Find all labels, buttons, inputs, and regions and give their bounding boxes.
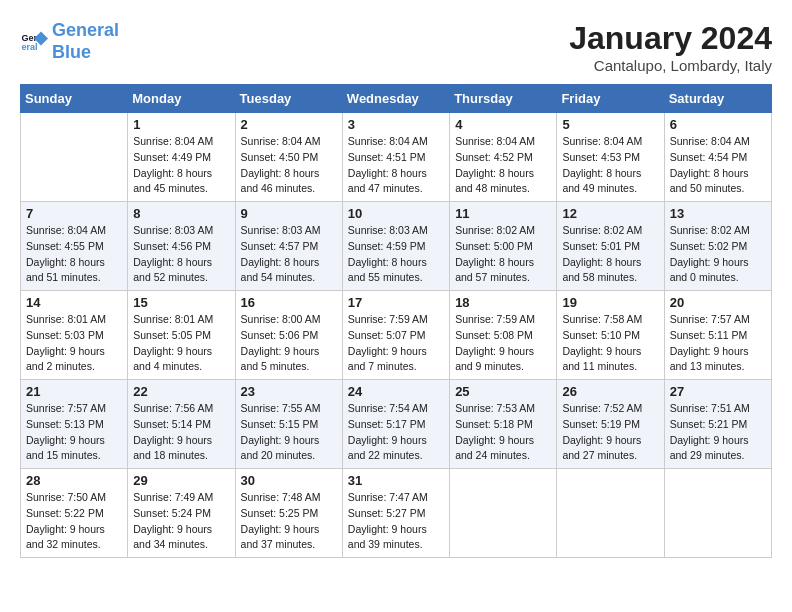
day-number: 23 <box>241 384 337 399</box>
calendar-cell: 11Sunrise: 8:02 AMSunset: 5:00 PMDayligh… <box>450 202 557 291</box>
day-number: 1 <box>133 117 229 132</box>
day-number: 3 <box>348 117 444 132</box>
day-info: Sunrise: 7:50 AMSunset: 5:22 PMDaylight:… <box>26 490 122 553</box>
day-number: 9 <box>241 206 337 221</box>
day-number: 31 <box>348 473 444 488</box>
calendar-cell <box>450 469 557 558</box>
day-number: 27 <box>670 384 766 399</box>
calendar-cell: 10Sunrise: 8:03 AMSunset: 4:59 PMDayligh… <box>342 202 449 291</box>
day-info: Sunrise: 8:04 AMSunset: 4:50 PMDaylight:… <box>241 134 337 197</box>
calendar-cell: 26Sunrise: 7:52 AMSunset: 5:19 PMDayligh… <box>557 380 664 469</box>
subtitle: Cantalupo, Lombardy, Italy <box>569 57 772 74</box>
day-info: Sunrise: 8:04 AMSunset: 4:53 PMDaylight:… <box>562 134 658 197</box>
day-info: Sunrise: 7:53 AMSunset: 5:18 PMDaylight:… <box>455 401 551 464</box>
day-info: Sunrise: 7:56 AMSunset: 5:14 PMDaylight:… <box>133 401 229 464</box>
calendar-header: SundayMondayTuesdayWednesdayThursdayFrid… <box>21 85 772 113</box>
logo-icon: Gen eral <box>20 28 48 56</box>
day-number: 11 <box>455 206 551 221</box>
day-info: Sunrise: 8:03 AMSunset: 4:59 PMDaylight:… <box>348 223 444 286</box>
calendar-cell: 12Sunrise: 8:02 AMSunset: 5:01 PMDayligh… <box>557 202 664 291</box>
weekday-header-thursday: Thursday <box>450 85 557 113</box>
main-title: January 2024 <box>569 20 772 57</box>
weekday-header-sunday: Sunday <box>21 85 128 113</box>
weekday-header-saturday: Saturday <box>664 85 771 113</box>
day-number: 16 <box>241 295 337 310</box>
calendar-cell: 18Sunrise: 7:59 AMSunset: 5:08 PMDayligh… <box>450 291 557 380</box>
day-number: 25 <box>455 384 551 399</box>
day-info: Sunrise: 8:03 AMSunset: 4:57 PMDaylight:… <box>241 223 337 286</box>
calendar-cell: 13Sunrise: 8:02 AMSunset: 5:02 PMDayligh… <box>664 202 771 291</box>
day-info: Sunrise: 8:03 AMSunset: 4:56 PMDaylight:… <box>133 223 229 286</box>
day-info: Sunrise: 8:04 AMSunset: 4:55 PMDaylight:… <box>26 223 122 286</box>
calendar-cell <box>664 469 771 558</box>
calendar-cell: 8Sunrise: 8:03 AMSunset: 4:56 PMDaylight… <box>128 202 235 291</box>
day-info: Sunrise: 7:57 AMSunset: 5:13 PMDaylight:… <box>26 401 122 464</box>
calendar-week-4: 21Sunrise: 7:57 AMSunset: 5:13 PMDayligh… <box>21 380 772 469</box>
day-number: 28 <box>26 473 122 488</box>
day-info: Sunrise: 7:51 AMSunset: 5:21 PMDaylight:… <box>670 401 766 464</box>
weekday-header-tuesday: Tuesday <box>235 85 342 113</box>
day-info: Sunrise: 7:54 AMSunset: 5:17 PMDaylight:… <box>348 401 444 464</box>
day-info: Sunrise: 7:52 AMSunset: 5:19 PMDaylight:… <box>562 401 658 464</box>
calendar-cell: 7Sunrise: 8:04 AMSunset: 4:55 PMDaylight… <box>21 202 128 291</box>
calendar-cell: 20Sunrise: 7:57 AMSunset: 5:11 PMDayligh… <box>664 291 771 380</box>
logo-line1: General <box>52 20 119 40</box>
weekday-header-wednesday: Wednesday <box>342 85 449 113</box>
calendar-cell: 3Sunrise: 8:04 AMSunset: 4:51 PMDaylight… <box>342 113 449 202</box>
day-info: Sunrise: 7:47 AMSunset: 5:27 PMDaylight:… <box>348 490 444 553</box>
calendar-cell: 14Sunrise: 8:01 AMSunset: 5:03 PMDayligh… <box>21 291 128 380</box>
day-number: 15 <box>133 295 229 310</box>
day-info: Sunrise: 7:59 AMSunset: 5:07 PMDaylight:… <box>348 312 444 375</box>
calendar-cell: 28Sunrise: 7:50 AMSunset: 5:22 PMDayligh… <box>21 469 128 558</box>
day-info: Sunrise: 7:49 AMSunset: 5:24 PMDaylight:… <box>133 490 229 553</box>
day-info: Sunrise: 8:02 AMSunset: 5:02 PMDaylight:… <box>670 223 766 286</box>
calendar: SundayMondayTuesdayWednesdayThursdayFrid… <box>20 84 772 558</box>
calendar-cell: 29Sunrise: 7:49 AMSunset: 5:24 PMDayligh… <box>128 469 235 558</box>
day-number: 2 <box>241 117 337 132</box>
calendar-cell: 6Sunrise: 8:04 AMSunset: 4:54 PMDaylight… <box>664 113 771 202</box>
logo: Gen eral General Blue <box>20 20 119 63</box>
calendar-cell: 25Sunrise: 7:53 AMSunset: 5:18 PMDayligh… <box>450 380 557 469</box>
logo-text: General Blue <box>52 20 119 63</box>
day-info: Sunrise: 7:58 AMSunset: 5:10 PMDaylight:… <box>562 312 658 375</box>
day-number: 13 <box>670 206 766 221</box>
day-info: Sunrise: 7:57 AMSunset: 5:11 PMDaylight:… <box>670 312 766 375</box>
day-info: Sunrise: 8:01 AMSunset: 5:03 PMDaylight:… <box>26 312 122 375</box>
day-info: Sunrise: 8:04 AMSunset: 4:51 PMDaylight:… <box>348 134 444 197</box>
calendar-cell: 19Sunrise: 7:58 AMSunset: 5:10 PMDayligh… <box>557 291 664 380</box>
day-number: 24 <box>348 384 444 399</box>
logo-line2: Blue <box>52 42 91 62</box>
day-number: 19 <box>562 295 658 310</box>
day-number: 30 <box>241 473 337 488</box>
day-number: 12 <box>562 206 658 221</box>
page-header: Gen eral General Blue January 2024 Canta… <box>20 20 772 74</box>
calendar-cell <box>21 113 128 202</box>
day-number: 18 <box>455 295 551 310</box>
calendar-cell <box>557 469 664 558</box>
day-number: 20 <box>670 295 766 310</box>
day-info: Sunrise: 8:02 AMSunset: 5:00 PMDaylight:… <box>455 223 551 286</box>
day-number: 17 <box>348 295 444 310</box>
day-number: 29 <box>133 473 229 488</box>
calendar-cell: 9Sunrise: 8:03 AMSunset: 4:57 PMDaylight… <box>235 202 342 291</box>
day-info: Sunrise: 7:55 AMSunset: 5:15 PMDaylight:… <box>241 401 337 464</box>
calendar-cell: 24Sunrise: 7:54 AMSunset: 5:17 PMDayligh… <box>342 380 449 469</box>
calendar-cell: 31Sunrise: 7:47 AMSunset: 5:27 PMDayligh… <box>342 469 449 558</box>
weekday-header-monday: Monday <box>128 85 235 113</box>
day-info: Sunrise: 7:59 AMSunset: 5:08 PMDaylight:… <box>455 312 551 375</box>
calendar-cell: 22Sunrise: 7:56 AMSunset: 5:14 PMDayligh… <box>128 380 235 469</box>
calendar-cell: 30Sunrise: 7:48 AMSunset: 5:25 PMDayligh… <box>235 469 342 558</box>
calendar-cell: 5Sunrise: 8:04 AMSunset: 4:53 PMDaylight… <box>557 113 664 202</box>
day-info: Sunrise: 8:00 AMSunset: 5:06 PMDaylight:… <box>241 312 337 375</box>
calendar-week-1: 1Sunrise: 8:04 AMSunset: 4:49 PMDaylight… <box>21 113 772 202</box>
calendar-cell: 21Sunrise: 7:57 AMSunset: 5:13 PMDayligh… <box>21 380 128 469</box>
day-number: 7 <box>26 206 122 221</box>
calendar-cell: 1Sunrise: 8:04 AMSunset: 4:49 PMDaylight… <box>128 113 235 202</box>
calendar-week-3: 14Sunrise: 8:01 AMSunset: 5:03 PMDayligh… <box>21 291 772 380</box>
day-number: 10 <box>348 206 444 221</box>
day-number: 4 <box>455 117 551 132</box>
day-number: 26 <box>562 384 658 399</box>
day-info: Sunrise: 8:01 AMSunset: 5:05 PMDaylight:… <box>133 312 229 375</box>
weekday-header-friday: Friday <box>557 85 664 113</box>
calendar-cell: 17Sunrise: 7:59 AMSunset: 5:07 PMDayligh… <box>342 291 449 380</box>
